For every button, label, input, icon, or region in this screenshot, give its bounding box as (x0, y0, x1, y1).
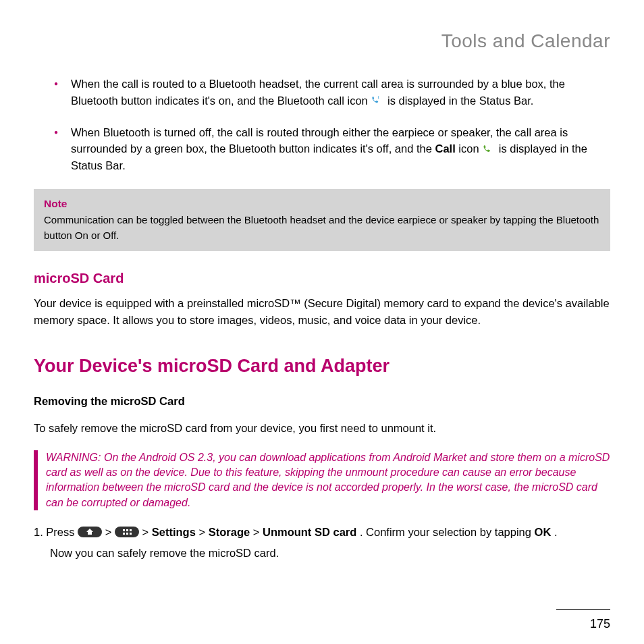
section-heading-adapter: Your Device's microSD Card and Adapter (34, 352, 610, 380)
step-line2: Now you can safely remove the microSD ca… (50, 545, 610, 562)
svg-rect-3 (123, 533, 125, 535)
sep2: > (142, 526, 152, 538)
svg-rect-0 (123, 529, 125, 531)
sep1: > (105, 526, 115, 538)
apps-button-icon (115, 527, 139, 537)
step-press: Press (46, 526, 78, 538)
bullet-list: When the call is routed to a Bluetooth h… (54, 76, 610, 174)
bluetooth-call-icon (371, 95, 384, 105)
section-heading-microsd: microSD Card (34, 268, 610, 288)
bullet-2-bold: Call (435, 142, 455, 155)
svg-rect-4 (126, 533, 128, 535)
home-button-icon (78, 527, 102, 537)
warning-text: WARNING: On the Android OS 2.3, you can … (46, 452, 610, 508)
step-1: 1. Press > > Settings > Storage > Unmoun… (34, 524, 610, 562)
note-title: Note (44, 196, 600, 211)
step-number: 1. (34, 526, 43, 538)
steps-list: 1. Press > > Settings > Storage > Unmoun… (34, 524, 610, 562)
svg-rect-5 (130, 533, 132, 535)
subheading-removing: Removing the microSD Card (34, 393, 610, 410)
svg-rect-2 (130, 529, 132, 531)
note-body: Communication can be toggled between the… (44, 213, 600, 243)
section1-body: Your device is equipped with a preinstal… (34, 295, 610, 329)
bullet-item-2: When Bluetooth is turned off, the call i… (54, 124, 610, 174)
bullet-item-1: When the call is routed to a Bluetooth h… (54, 76, 610, 109)
step-settings: Settings (152, 526, 196, 538)
bullet-1-post: is displayed in the Status Bar. (387, 95, 533, 107)
svg-rect-1 (126, 529, 128, 531)
bullet-2-mid: icon (458, 142, 482, 155)
footer-rule (556, 609, 610, 610)
step-confirm: . Confirm your selection by tapping (360, 526, 535, 538)
call-icon (482, 143, 495, 154)
page-title: Tools and Calendar (34, 27, 610, 55)
step-period: . (554, 526, 558, 538)
warning-box: WARNING: On the Android OS 2.3, you can … (34, 450, 610, 511)
step-ok: OK (535, 526, 552, 538)
step-storage: Storage (209, 526, 250, 538)
step-unmount: Unmount SD card (263, 526, 356, 538)
note-box: Note Communication can be toggled betwee… (34, 189, 610, 251)
section2-body: To safely remove the microSD card from y… (34, 420, 610, 437)
sep4: > (253, 526, 263, 538)
sep3: > (198, 526, 208, 538)
page-number: 175 (34, 615, 610, 633)
